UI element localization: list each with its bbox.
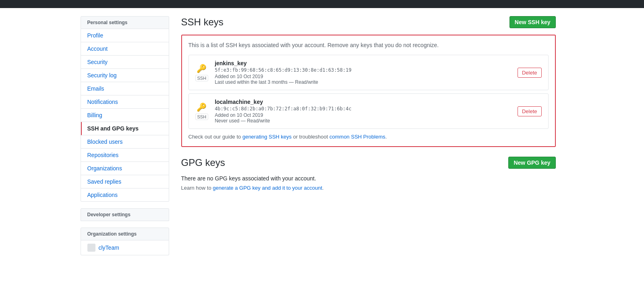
sidebar-item-security[interactable]: Security [81,56,169,69]
gpg-section-title: GPG keys [181,157,225,168]
ssh-section-title: SSH keys [181,17,224,28]
org-nav: clyTeam [81,240,169,255]
org-label: clyTeam [99,244,119,251]
ssh-badge-localmachine: SSH [195,114,209,120]
ssh-badge-jenkins: SSH [195,75,209,81]
main-content: SSH keys New SSH key This is a list of S… [181,16,556,262]
sidebar-item-security-log[interactable]: Security log [81,69,169,82]
sidebar-item-ssh-gpg[interactable]: SSH and GPG keys [81,122,169,135]
key-icon-jenkins: 🔑 [197,64,207,73]
new-ssh-key-button[interactable]: New SSH key [509,16,556,28]
ssh-section-box: This is a list of SSH keys associated wi… [181,35,556,147]
ssh-helper-middle: or troubleshoot [292,134,329,140]
localmachine-key-usage: Never used — Read/write [215,118,518,124]
top-bar [0,0,644,8]
ssh-helper-end: . [385,134,387,140]
localmachine-key-name: localmachine_key [215,99,518,105]
localmachine-key-icon-wrap: 🔑 SSH [195,102,209,120]
gpg-learn-end: . [322,185,324,191]
organization-settings-label: Organization settings [81,228,169,240]
sidebar-item-organizations[interactable]: Organizations [81,162,169,175]
ssh-helper-prefix: Check out our guide to [188,134,242,140]
delete-jenkins-key-button[interactable]: Delete [518,68,542,78]
new-gpg-key-button[interactable]: New GPG key [508,157,555,169]
sidebar-item-saved-replies[interactable]: Saved replies [81,175,169,188]
developer-settings-label: Developer settings [81,208,169,221]
jenkins-key-icon-wrap: 🔑 SSH [195,64,209,81]
localmachine-key-info: localmachine_key 4b:9c:c5:8d:2b:a0:7b:72… [215,99,518,124]
sidebar-item-profile[interactable]: Profile [81,29,169,42]
sidebar: Personal settings Profile Account Securi… [81,16,169,262]
sidebar-item-emails[interactable]: Emails [81,82,169,95]
sidebar-item-blocked-users[interactable]: Blocked users [81,135,169,149]
key-card-localmachine: 🔑 SSH localmachine_key 4b:9c:c5:8d:2b:a0… [188,93,549,129]
ssh-section-header: SSH keys New SSH key [181,16,556,28]
delete-localmachine-key-button[interactable]: Delete [518,106,542,116]
gpg-empty-text: There are no GPG keys associated with yo… [181,175,556,182]
personal-settings-label: Personal settings [81,16,169,29]
common-ssh-problems-link[interactable]: common SSH Problems [329,134,385,140]
sidebar-item-repositories[interactable]: Repositories [81,149,169,162]
sidebar-item-applications[interactable]: Applications [81,188,169,201]
gpg-section-header: GPG keys New GPG key [181,157,556,169]
org-avatar [87,244,95,252]
personal-nav: Profile Account Security Security log Em… [81,29,169,202]
jenkins-key-fingerprint: 5f:e3:fb:99:68:56:c8:65:d9:13:30:8e:d1:6… [215,67,518,73]
organization-settings-group: Organization settings clyTeam [81,228,169,255]
developer-settings-group: Developer settings [81,208,169,221]
localmachine-key-fingerprint: 4b:9c:c5:8d:2b:a0:7b:72:2f:a8:0f:32:b9:7… [215,106,518,112]
gpg-learn-text: Learn how to generate a GPG key and add … [181,185,556,191]
jenkins-key-info: jenkins_key 5f:e3:fb:99:68:56:c8:65:d9:1… [215,60,518,85]
sidebar-item-clyteam[interactable]: clyTeam [81,240,169,255]
gpg-section: GPG keys New GPG key There are no GPG ke… [181,157,556,191]
jenkins-key-usage: Last used within the last 3 months — Rea… [215,79,518,85]
ssh-helper-text: Check out our guide to generating SSH ke… [188,134,549,140]
jenkins-key-added: Added on 10 Oct 2019 [215,74,518,79]
generating-ssh-keys-link[interactable]: generating SSH keys [242,134,292,140]
personal-settings-group: Personal settings Profile Account Securi… [81,16,169,202]
key-card-jenkins: 🔑 SSH jenkins_key 5f:e3:fb:99:68:56:c8:6… [188,55,549,90]
sidebar-item-account[interactable]: Account [81,42,169,56]
sidebar-item-billing[interactable]: Billing [81,109,169,122]
jenkins-key-name: jenkins_key [215,60,518,66]
gpg-learn-prefix: Learn how to [181,185,213,191]
gpg-generate-link[interactable]: generate a GPG key and add it to your ac… [213,185,322,191]
sidebar-item-notifications[interactable]: Notifications [81,95,169,109]
key-icon-localmachine: 🔑 [197,102,207,112]
localmachine-key-added: Added on 10 Oct 2019 [215,112,518,118]
ssh-description: This is a list of SSH keys associated wi… [188,42,549,48]
